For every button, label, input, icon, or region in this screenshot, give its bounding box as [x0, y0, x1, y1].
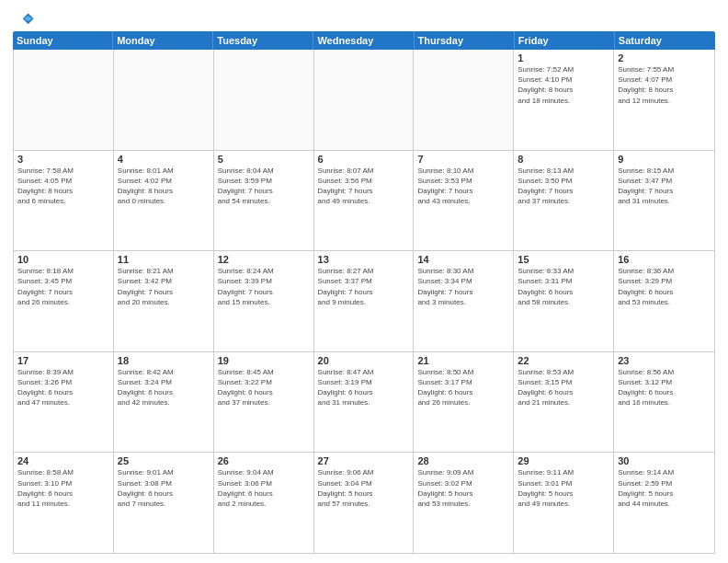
day-number: 25	[118, 455, 210, 466]
calendar-week: 1Sunrise: 7:52 AMSunset: 4:10 PMDaylight…	[14, 50, 714, 151]
calendar-header-day: Tuesday	[213, 31, 313, 50]
day-number: 2	[618, 52, 711, 63]
calendar-cell: 1Sunrise: 7:52 AMSunset: 4:10 PMDaylight…	[514, 50, 614, 150]
calendar-cell: 4Sunrise: 8:01 AMSunset: 4:02 PMDaylight…	[114, 151, 214, 251]
day-number: 21	[417, 355, 509, 366]
day-info: Sunrise: 9:09 AMSunset: 3:02 PMDaylight:…	[417, 467, 509, 509]
day-info: Sunrise: 9:06 AMSunset: 3:04 PMDaylight:…	[318, 467, 410, 509]
day-info: Sunrise: 8:21 AMSunset: 3:42 PMDaylight:…	[118, 266, 210, 307]
calendar-cell: 29Sunrise: 9:11 AMSunset: 3:01 PMDayligh…	[514, 453, 614, 553]
calendar-cell: 23Sunrise: 8:56 AMSunset: 3:12 PMDayligh…	[614, 352, 714, 453]
calendar-cell	[314, 50, 415, 150]
day-info: Sunrise: 7:58 AMSunset: 4:05 PMDaylight:…	[17, 166, 109, 207]
day-number: 26	[218, 455, 310, 466]
calendar-cell: 5Sunrise: 8:04 AMSunset: 3:59 PMDaylight…	[214, 151, 314, 251]
calendar-header-day: Wednesday	[313, 31, 414, 50]
day-info: Sunrise: 8:56 AMSunset: 3:12 PMDaylight:…	[618, 367, 711, 408]
day-number: 12	[218, 254, 310, 265]
calendar-cell	[414, 50, 514, 150]
day-number: 19	[218, 355, 310, 366]
day-info: Sunrise: 7:55 AMSunset: 4:07 PMDaylight:…	[618, 64, 711, 106]
calendar-cell: 11Sunrise: 8:21 AMSunset: 3:42 PMDayligh…	[114, 251, 214, 351]
day-info: Sunrise: 8:47 AMSunset: 3:19 PMDaylight:…	[318, 367, 410, 408]
day-info: Sunrise: 9:01 AMSunset: 3:08 PMDaylight:…	[118, 467, 210, 509]
day-number: 8	[518, 154, 609, 165]
day-number: 17	[17, 355, 109, 366]
day-number: 29	[518, 455, 609, 466]
calendar-body: 1Sunrise: 7:52 AMSunset: 4:10 PMDaylight…	[13, 50, 715, 554]
day-number: 5	[218, 154, 310, 165]
calendar-cell: 3Sunrise: 7:58 AMSunset: 4:05 PMDaylight…	[14, 151, 114, 251]
day-info: Sunrise: 8:10 AMSunset: 3:53 PMDaylight:…	[417, 166, 509, 207]
calendar-cell: 12Sunrise: 8:24 AMSunset: 3:39 PMDayligh…	[214, 251, 314, 351]
day-number: 18	[118, 355, 210, 366]
day-info: Sunrise: 8:30 AMSunset: 3:34 PMDaylight:…	[417, 266, 509, 307]
day-number: 23	[618, 355, 711, 366]
day-info: Sunrise: 8:07 AMSunset: 3:56 PMDaylight:…	[318, 166, 410, 207]
calendar-cell: 7Sunrise: 8:10 AMSunset: 3:53 PMDaylight…	[414, 151, 514, 251]
calendar-cell: 21Sunrise: 8:50 AMSunset: 3:17 PMDayligh…	[414, 352, 514, 453]
day-info: Sunrise: 8:36 AMSunset: 3:29 PMDaylight:…	[618, 266, 711, 307]
day-info: Sunrise: 7:52 AMSunset: 4:10 PMDaylight:…	[518, 64, 609, 106]
calendar-cell: 14Sunrise: 8:30 AMSunset: 3:34 PMDayligh…	[414, 251, 514, 351]
calendar-cell: 17Sunrise: 8:39 AMSunset: 3:26 PMDayligh…	[14, 352, 114, 453]
calendar-cell: 24Sunrise: 8:58 AMSunset: 3:10 PMDayligh…	[14, 453, 114, 553]
calendar-cell: 9Sunrise: 8:15 AMSunset: 3:47 PMDaylight…	[614, 151, 714, 251]
calendar-cell: 18Sunrise: 8:42 AMSunset: 3:24 PMDayligh…	[114, 352, 214, 453]
day-number: 28	[417, 455, 509, 466]
day-number: 9	[618, 154, 711, 165]
calendar-cell: 22Sunrise: 8:53 AMSunset: 3:15 PMDayligh…	[514, 352, 614, 453]
day-info: Sunrise: 8:04 AMSunset: 3:59 PMDaylight:…	[218, 166, 310, 207]
calendar-cell: 28Sunrise: 9:09 AMSunset: 3:02 PMDayligh…	[414, 453, 514, 553]
calendar-cell: 30Sunrise: 9:14 AMSunset: 2:59 PMDayligh…	[614, 453, 714, 553]
day-info: Sunrise: 8:42 AMSunset: 3:24 PMDaylight:…	[118, 367, 210, 408]
day-number: 10	[17, 254, 109, 265]
logo	[13, 9, 35, 26]
calendar-cell: 15Sunrise: 8:33 AMSunset: 3:31 PMDayligh…	[514, 251, 614, 351]
calendar-header-day: Friday	[515, 31, 615, 50]
day-number: 7	[417, 154, 509, 165]
calendar-cell: 13Sunrise: 8:27 AMSunset: 3:37 PMDayligh…	[314, 251, 415, 351]
day-info: Sunrise: 8:50 AMSunset: 3:17 PMDaylight:…	[417, 367, 509, 408]
day-number: 15	[518, 254, 609, 265]
day-info: Sunrise: 8:53 AMSunset: 3:15 PMDaylight:…	[518, 367, 609, 408]
day-number: 6	[318, 154, 410, 165]
day-number: 22	[518, 355, 609, 366]
day-info: Sunrise: 8:13 AMSunset: 3:50 PMDaylight:…	[518, 166, 609, 207]
calendar-cell: 20Sunrise: 8:47 AMSunset: 3:19 PMDayligh…	[314, 352, 415, 453]
calendar-cell	[214, 50, 314, 150]
day-info: Sunrise: 8:58 AMSunset: 3:10 PMDaylight:…	[17, 467, 109, 509]
calendar-cell: 27Sunrise: 9:06 AMSunset: 3:04 PMDayligh…	[314, 453, 415, 553]
day-info: Sunrise: 9:14 AMSunset: 2:59 PMDaylight:…	[618, 467, 711, 509]
calendar-week: 10Sunrise: 8:18 AMSunset: 3:45 PMDayligh…	[14, 251, 714, 352]
page-header	[13, 9, 715, 26]
calendar-week: 3Sunrise: 7:58 AMSunset: 4:05 PMDaylight…	[14, 151, 714, 252]
calendar-cell: 25Sunrise: 9:01 AMSunset: 3:08 PMDayligh…	[114, 453, 214, 553]
day-info: Sunrise: 8:39 AMSunset: 3:26 PMDaylight:…	[17, 367, 109, 408]
day-number: 30	[618, 455, 711, 466]
calendar-cell	[114, 50, 214, 150]
calendar: SundayMondayTuesdayWednesdayThursdayFrid…	[13, 31, 715, 554]
day-info: Sunrise: 8:33 AMSunset: 3:31 PMDaylight:…	[518, 266, 609, 307]
calendar-week: 24Sunrise: 8:58 AMSunset: 3:10 PMDayligh…	[14, 453, 714, 553]
day-info: Sunrise: 8:01 AMSunset: 4:02 PMDaylight:…	[118, 166, 210, 207]
day-number: 11	[118, 254, 210, 265]
calendar-cell: 2Sunrise: 7:55 AMSunset: 4:07 PMDaylight…	[614, 50, 714, 150]
calendar-cell: 26Sunrise: 9:04 AMSunset: 3:06 PMDayligh…	[214, 453, 314, 553]
calendar-header-day: Thursday	[415, 31, 515, 50]
calendar-cell: 19Sunrise: 8:45 AMSunset: 3:22 PMDayligh…	[214, 352, 314, 453]
day-info: Sunrise: 8:18 AMSunset: 3:45 PMDaylight:…	[17, 266, 109, 307]
calendar-week: 17Sunrise: 8:39 AMSunset: 3:26 PMDayligh…	[14, 352, 714, 454]
day-number: 4	[118, 154, 210, 165]
calendar-header: SundayMondayTuesdayWednesdayThursdayFrid…	[13, 31, 715, 50]
calendar-cell: 6Sunrise: 8:07 AMSunset: 3:56 PMDaylight…	[314, 151, 415, 251]
day-info: Sunrise: 9:11 AMSunset: 3:01 PMDaylight:…	[518, 467, 609, 509]
day-number: 14	[417, 254, 509, 265]
day-number: 24	[17, 455, 109, 466]
calendar-header-day: Monday	[113, 31, 213, 50]
day-info: Sunrise: 8:15 AMSunset: 3:47 PMDaylight:…	[618, 166, 711, 207]
logo-icon	[15, 9, 35, 29]
calendar-cell: 16Sunrise: 8:36 AMSunset: 3:29 PMDayligh…	[614, 251, 714, 351]
calendar-cell	[14, 50, 114, 150]
calendar-cell: 10Sunrise: 8:18 AMSunset: 3:45 PMDayligh…	[14, 251, 114, 351]
